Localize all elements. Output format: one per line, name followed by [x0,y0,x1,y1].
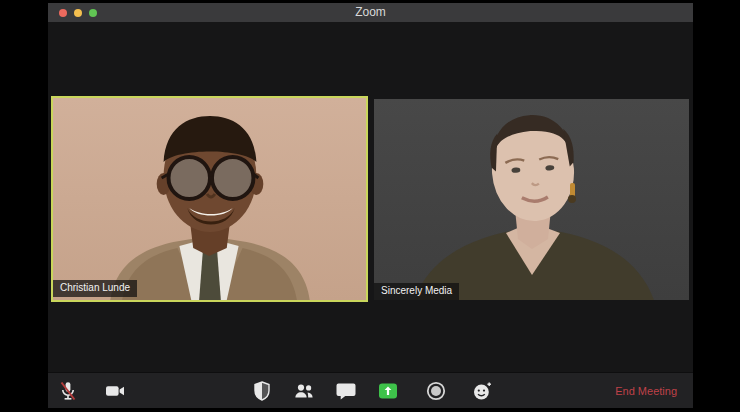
stop-video-button[interactable] [103,379,127,403]
zoom-window: Zoom [48,3,693,408]
meeting-video-area: Christian Lunde [48,22,693,372]
participants-button[interactable] [292,379,316,403]
microphone-muted-icon [56,379,80,403]
security-button[interactable] [250,379,274,403]
share-screen-icon [376,379,400,403]
traffic-lights [59,3,97,22]
chat-bubble-icon [334,379,358,403]
participant-video-feed [374,99,689,300]
video-tile-sincerely-media[interactable]: Sincerely Media [374,99,689,300]
close-window-button[interactable] [59,9,67,17]
video-camera-icon [103,379,127,403]
window-titlebar[interactable]: Zoom [48,3,693,22]
record-icon [424,379,448,403]
participant-name-label: Christian Lunde [53,280,137,297]
participant-video-feed [53,98,366,300]
participant-name-label: Sincerely Media [374,283,459,300]
meeting-toolbar: End Meeting [48,372,693,408]
video-tile-christian-lunde[interactable]: Christian Lunde [51,96,368,302]
minimize-window-button[interactable] [74,9,82,17]
reactions-smiley-icon [470,379,494,403]
participant-name: Christian Lunde [60,282,130,293]
zoom-window-button[interactable] [89,9,97,17]
chat-button[interactable] [334,379,358,403]
share-screen-button[interactable] [376,379,400,403]
mute-button[interactable] [56,379,80,403]
desktop-background: Zoom [0,0,740,412]
participant-name: Sincerely Media [381,285,452,296]
participants-icon [292,379,316,403]
end-meeting-button[interactable]: End Meeting [615,373,677,408]
record-button[interactable] [424,379,448,403]
reactions-button[interactable] [470,379,494,403]
security-shield-icon [250,379,274,403]
window-title: Zoom [48,3,693,22]
